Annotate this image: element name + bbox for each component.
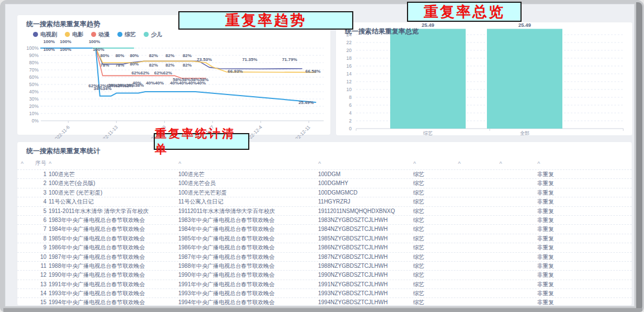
column-header-3[interactable]: ^格式化节目名称 [178,157,318,169]
row-index: 15 [32,298,49,306]
table-row[interactable]: 91986年中央广播电视总台春节联欢晚会1986年中央广播电视总台春节联欢晚会1… [17,243,632,252]
search-word: 100DGM [318,170,413,178]
list-source [499,225,537,233]
column-header-4[interactable]: ^搜索词 [318,157,413,169]
trend-line-chart[interactable]: 0%10%20%30%40%50%60%70%80%90%100%2022-11… [22,39,327,139]
duplicate-status: 非重复 [537,243,624,252]
point-label: 82% [149,63,158,68]
point-label: 82% [165,63,174,68]
program-name: 100道光芒 (光芒彩蛋) [49,188,178,197]
formatted-name: 11号公寓入住日记 [178,197,318,206]
table-body: 1100道光芒100道光芒100DGM综艺非重复2100道光芒(会员版)100道… [17,169,632,306]
bar-综艺[interactable] [390,29,466,129]
point-label: 100% [44,39,55,44]
dashboard-page: 统一搜索结果重复率趋势 电视剧电影动漫综艺少儿 0%10%20%30%40%50… [5,4,634,306]
duplicate-status: 非重复 [537,170,624,178]
table-row[interactable]: 71984年中央广播电视总台春节联欢晚会1984年中央广播电视总台春节联欢晚会1… [17,224,632,233]
y-axis-tick: 18 [347,55,352,61]
row-caret-spacer [21,262,32,270]
list-source [499,298,537,306]
platform [458,298,499,306]
row-index: 13 [32,280,49,289]
column-header-6[interactable]: ^播出平台 [458,157,499,169]
duplicate-status: 非重复 [537,207,624,215]
table-row[interactable]: 111988年中央广播电视总台春节联欢晚会1988年中央广播电视总台春节联欢晚会… [17,261,632,270]
bar-全部[interactable] [487,29,562,129]
point-label: 82% [165,53,174,58]
y-axis-tick: 16 [347,63,352,69]
sort-caret-icon: ^ [413,157,456,169]
column-header-2[interactable]: ^榜单列表节目名称 [49,157,178,169]
table-row[interactable]: 151994年中央广播电视总台春节联欢晚会1994年中央广播电视总台春节联欢晚会… [17,297,632,306]
row-caret-spacer [21,271,32,279]
duplicate-status: 非重复 [537,225,624,233]
x-category-label: 综艺 [423,130,433,135]
platform [458,197,499,206]
table-row[interactable]: 61983年中央广播电视总台春节联欢晚会1983年中央广播电视总台春节联欢晚会1… [17,215,632,224]
series-line-综艺[interactable] [41,48,316,102]
table-row[interactable]: 51911-2011年水木清华 清华大学百年校庆19112011年水木清华清华大… [17,206,632,215]
column-header-7[interactable]: ^榜单来源 [499,157,537,169]
legend-item-电视剧[interactable]: 电视剧 [33,31,57,39]
duplicate-status: 非重复 [537,253,624,261]
sort-caret-icon[interactable]: ^ [21,157,30,169]
search-word: 1994NZYGBDSZTCJLHWH [318,298,413,306]
row-index: 6 [32,216,49,224]
table-row[interactable]: 2100道光芒(会员版)100道光芒会员100DGMHY综艺非重复 [17,178,632,187]
duplicate-status: 非重复 [537,216,624,224]
platform [458,207,499,215]
platform [458,225,499,233]
category: 综艺 [413,207,458,215]
legend-item-电影[interactable]: 电影 [65,31,83,39]
search-word: 1990NZYGBDSZTCJLHWH [318,271,413,279]
column-header-5[interactable]: ^节目分类 [413,157,458,169]
category: 综艺 [413,188,458,197]
column-header-8[interactable]: ^是否重复、或重复的原因描述 [537,157,624,169]
point-label: 66.93% [228,69,243,74]
formatted-name: 100道光芒会员 [178,179,318,187]
point-label: 73.53% [197,57,212,62]
table-row[interactable]: 101987年中央广播电视总台春节联欢晚会1987年中央广播电视总台春节联欢晚会… [17,252,632,261]
callout-trend: 重复率趋势 [178,11,353,30]
formatted-name: 1985年中央广播电视总台春节联欢晚会 [178,234,318,243]
table-row[interactable]: 141993年中央广播电视总台春节联欢晚会1993年中央广播电视总台春节联欢晚会… [17,289,632,297]
y-axis-tick: 10% [29,111,39,116]
table-row[interactable]: 1100道光芒100道光芒100DGM综艺非重复 [17,169,632,178]
callout-list: 重复率统计清单 [154,133,249,150]
window-shadow-bottom [3,308,642,312]
search-word: 1986NZYGBDSZTCJLHWH [318,243,413,252]
legend-item-少儿[interactable]: 少儿 [144,31,162,39]
program-name: 1993年中央广播电视总台春节联欢晚会 [49,289,178,297]
list-source [499,188,537,197]
search-word: 100DGMGMCD [318,188,413,197]
table-row[interactable]: 3100道光芒 (光芒彩蛋)100道光芒光芒彩蛋100DGMGMCD综艺非重复 [17,188,632,197]
overview-bar-chart[interactable]: 02468101214161820222425.49综艺25.49全部 [336,22,632,135]
table-row[interactable]: 121990年中央广播电视总台春节联欢晚会1990年中央广播电视总台春节联欢晚会… [17,270,632,279]
duplicate-status: 非重复 [537,188,624,197]
row-caret-spacer [21,170,32,178]
legend-item-动漫[interactable]: 动漫 [91,31,110,39]
sort-caret-icon: ^ [499,157,536,169]
search-word: 1984NZYGBDSZTCJLHWH [318,225,413,233]
table-row[interactable]: 411号公寓入住日记11号公寓入住日记11HGYRZRJ综艺非重复 [17,197,632,206]
y-axis-tick: 60% [29,74,39,80]
list-source [499,271,537,279]
table-row[interactable]: 131991年中央广播电视总台春节联欢晚会1991年中央广播电视总台春节联欢晚会… [17,280,632,289]
platform [458,170,499,178]
sort-caret-icon: ^ [458,157,498,169]
table-row[interactable]: 81985年中央广播电视总台春节联欢晚会1985年中央广播电视总台春节联欢晚会1… [17,234,632,243]
y-axis-tick: 0% [32,118,39,124]
y-axis-tick: 0 [349,126,352,131]
legend-item-综艺[interactable]: 综艺 [117,31,136,39]
row-index: 10 [32,253,49,261]
table-header-row: ^序号^榜单列表节目名称^格式化节目名称^搜索词^节目分类^播出平台^榜单来源^… [17,157,632,169]
y-axis-tick: 20 [347,48,352,53]
point-label: 100% [93,47,104,52]
search-word: 1991NZYGBDSZTCJLHWH [318,280,413,289]
column-header-1[interactable]: 序号 [32,157,49,169]
y-axis-tick: 8 [349,94,352,100]
legend-dot [65,32,70,37]
row-caret-spacer [21,225,32,233]
legend-label: 综艺 [125,31,136,39]
y-axis-tick: 22 [347,40,352,45]
